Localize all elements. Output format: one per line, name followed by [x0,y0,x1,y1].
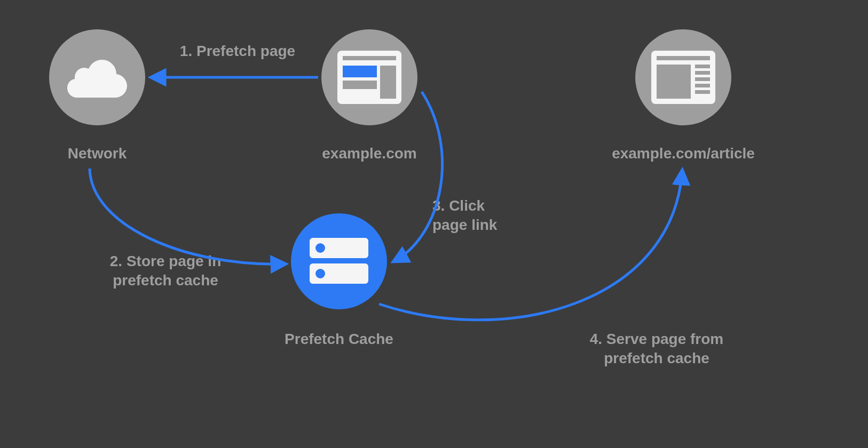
arrow-store [90,169,285,264]
article-node [635,29,731,125]
svg-rect-9 [695,71,710,75]
network-label: Network [37,144,157,163]
network-node [49,29,145,125]
svg-point-16 [315,269,325,278]
svg-rect-12 [695,90,710,94]
svg-rect-3 [380,66,396,99]
cache-node [291,213,387,309]
cloud-icon [65,56,129,99]
step-2-label: 2. Store page in prefetch cache [85,252,246,291]
svg-rect-11 [695,84,710,87]
svg-rect-2 [343,66,377,77]
webpage-icon [337,51,401,104]
svg-rect-1 [343,56,396,60]
storage-icon [310,235,368,288]
cache-label: Prefetch Cache [267,330,411,349]
svg-rect-6 [657,56,710,60]
svg-rect-10 [695,77,710,81]
arrow-serve [379,171,682,320]
svg-rect-4 [343,81,377,89]
example-label: example.com [294,144,445,163]
svg-point-14 [315,243,325,253]
article-icon [651,51,715,104]
svg-rect-7 [657,65,691,99]
article-label: example.com/article [577,144,790,163]
arrow-click [394,92,443,261]
example-node [321,29,417,125]
step-3-label: 3. Click page link [432,196,539,235]
step-1-label: 1. Prefetch page [163,42,312,61]
diagram-stage: Network example.com example.com/article [0,0,868,448]
svg-rect-8 [695,65,710,68]
step-4-label: 4. Serve page from prefetch cache [566,330,747,369]
